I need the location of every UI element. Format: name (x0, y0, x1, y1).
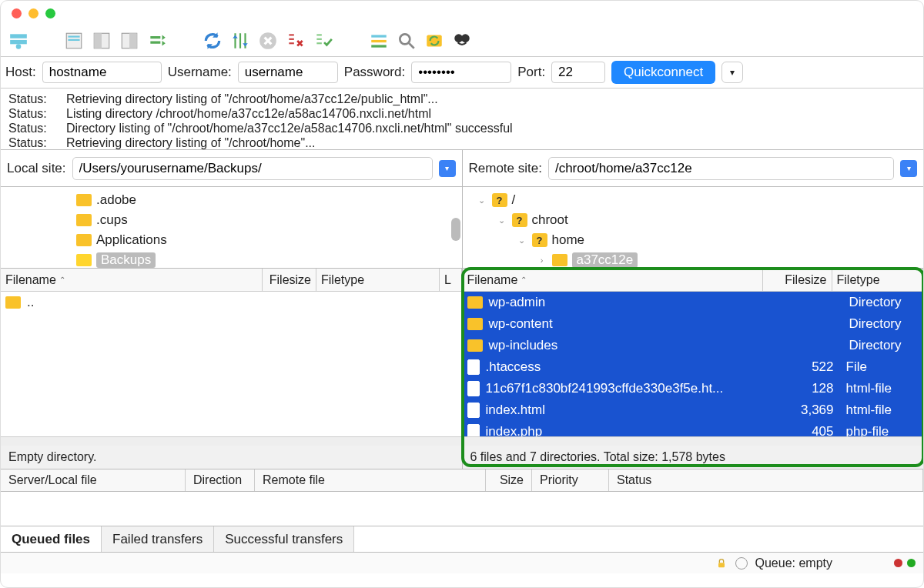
remote-site-dropdown[interactable]: ▾ (900, 160, 917, 177)
col-direction[interactable]: Direction (186, 469, 255, 491)
queue-body[interactable] (1, 492, 923, 526)
sync-browse-icon[interactable] (423, 31, 446, 51)
file-row[interactable]: index.html3,369html-file (463, 399, 924, 421)
toggle-remote-tree-icon[interactable] (118, 31, 141, 51)
scrollbar[interactable] (463, 436, 924, 446)
svg-point-23 (461, 34, 470, 42)
col-filetype[interactable]: Filetype (321, 273, 364, 287)
password-label: Password: (344, 65, 405, 80)
filetype: html-file (840, 381, 892, 396)
local-file-list[interactable]: .. (1, 292, 462, 436)
tree-item[interactable]: .adobe (7, 190, 456, 210)
refresh-icon[interactable] (201, 31, 224, 51)
col-size[interactable]: Size (486, 469, 532, 491)
file-row[interactable]: .htaccess522File (463, 356, 924, 378)
tree-item[interactable]: .cups (7, 210, 456, 230)
file-icon (467, 359, 480, 375)
col-status[interactable]: Status (609, 469, 923, 491)
col-last[interactable]: L (444, 273, 451, 287)
tree-item[interactable]: ⌄?home (469, 230, 918, 250)
col-filename[interactable]: Filename (467, 273, 518, 287)
status-bar: Queue: empty (1, 552, 923, 573)
col-server[interactable]: Server/Local file (1, 469, 186, 491)
remote-file-list[interactable]: wp-adminDirectorywp-contentDirectorywp-i… (463, 292, 924, 436)
remote-directory-tree[interactable]: ⌄?/⌄?chroot⌄?home›a37cc12e (463, 187, 924, 268)
message-log[interactable]: Status:Retrieving directory listing of "… (1, 89, 923, 150)
quickconnect-history-button[interactable]: ▾ (721, 62, 743, 83)
close-window-button[interactable] (12, 8, 22, 18)
password-input[interactable] (411, 62, 511, 83)
scrollbar[interactable] (1, 436, 462, 446)
file-row[interactable]: index.php405php-file (463, 421, 924, 436)
reconnect-icon[interactable] (312, 31, 335, 51)
expand-toggle[interactable]: ⌄ (497, 215, 507, 226)
tree-label: home (552, 232, 585, 248)
col-remote[interactable]: Remote file (255, 469, 486, 491)
expand-toggle[interactable]: ⌄ (517, 236, 527, 246)
tree-item[interactable]: ⌄?/ (469, 190, 918, 210)
port-input[interactable] (551, 62, 605, 83)
filetype: File (840, 359, 867, 375)
toggle-log-icon[interactable] (62, 31, 85, 51)
col-filetype[interactable]: Filetype (837, 273, 880, 287)
compare-icon[interactable] (450, 31, 474, 51)
svg-rect-14 (316, 34, 322, 35)
tab-queued[interactable]: Queued files (1, 526, 102, 552)
col-priority[interactable]: Priority (532, 469, 609, 491)
file-row[interactable]: 11c67f1c830bf241993cffde330e3f5e.ht...12… (463, 378, 924, 399)
toggle-local-tree-icon[interactable] (90, 31, 113, 51)
queue-header[interactable]: Server/Local file Direction Remote file … (1, 469, 923, 492)
username-input[interactable] (238, 62, 338, 83)
filetype: Directory (843, 316, 902, 332)
local-file-header[interactable]: Filename⌃ Filesize Filetype L (1, 269, 462, 292)
remote-status: 6 files and 7 directories. Total size: 1… (463, 446, 924, 469)
tree-item[interactable]: ⌄?chroot (469, 210, 918, 230)
col-filesize[interactable]: Filesize (270, 273, 311, 287)
remote-file-header[interactable]: Filename⌃ Filesize Filetype (463, 269, 924, 292)
log-label: Status: (8, 135, 51, 150)
minimize-window-button[interactable] (28, 8, 38, 18)
folder-icon (467, 339, 483, 352)
file-icon (467, 403, 480, 418)
file-row[interactable]: wp-adminDirectory (463, 292, 924, 313)
folder-icon (76, 254, 92, 266)
disconnect-icon[interactable] (284, 31, 307, 51)
expand-toggle[interactable]: ⌄ (477, 195, 487, 205)
svg-rect-15 (316, 38, 322, 40)
window-titlebar (1, 1, 923, 25)
cancel-icon[interactable] (256, 31, 280, 51)
local-site-label: Local site: (7, 161, 66, 176)
expand-toggle[interactable]: › (537, 256, 547, 265)
search-icon[interactable] (395, 31, 418, 51)
tree-item[interactable]: ›a37cc12e (469, 250, 918, 268)
host-input[interactable] (42, 62, 162, 83)
local-directory-tree[interactable]: .adobe.cupsApplicationsBackups (1, 187, 462, 268)
transfer-tabs: Queued files Failed transfers Successful… (1, 526, 923, 552)
quickconnect-button[interactable]: Quickconnect (611, 61, 715, 84)
file-row[interactable]: wp-includesDirectory (463, 335, 924, 356)
lock-icon (715, 557, 728, 570)
local-site-dropdown[interactable]: ▾ (439, 160, 456, 177)
svg-rect-17 (371, 35, 387, 37)
tree-item[interactable]: Applications (7, 230, 456, 250)
col-filename[interactable]: Filename (5, 273, 56, 287)
toggle-queue-icon[interactable] (146, 31, 169, 51)
tab-successful[interactable]: Successful transfers (214, 526, 354, 552)
unknown-folder-icon: ? (532, 233, 547, 247)
tree-label: chroot (532, 212, 568, 228)
tree-item[interactable]: Backups (7, 250, 456, 268)
col-filesize[interactable]: Filesize (785, 273, 826, 287)
filter-icon[interactable] (367, 31, 390, 51)
local-site-input[interactable] (72, 157, 433, 180)
file-row[interactable]: .. (1, 292, 462, 313)
svg-rect-4 (68, 36, 79, 38)
scrollbar[interactable] (451, 218, 460, 241)
maximize-window-button[interactable] (45, 8, 55, 18)
main-toolbar (1, 25, 923, 56)
tab-failed[interactable]: Failed transfers (102, 526, 214, 552)
remote-site-input[interactable] (548, 157, 894, 180)
log-message: Directory listing of "/chroot/home/a37cc… (66, 121, 513, 135)
process-queue-icon[interactable] (229, 31, 252, 51)
file-row[interactable]: wp-contentDirectory (463, 313, 924, 335)
site-manager-icon[interactable] (7, 31, 30, 51)
